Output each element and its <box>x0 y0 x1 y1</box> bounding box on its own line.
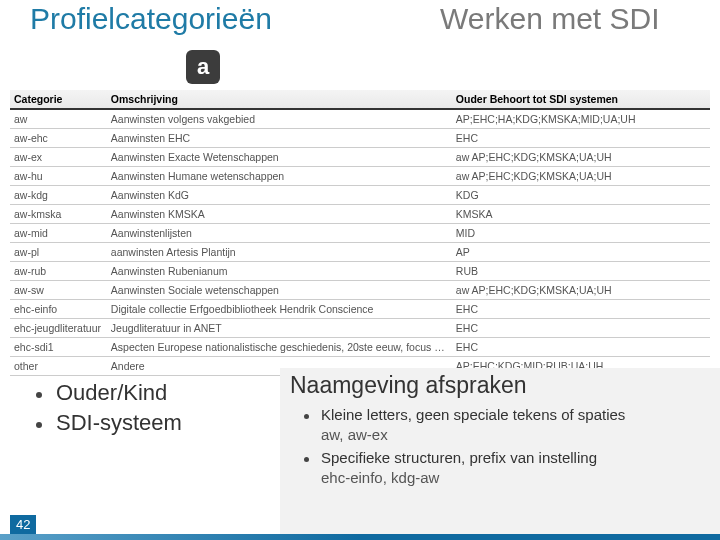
table-row: aw-rubAanwinsten RubenianumRUB <box>10 262 710 281</box>
table-row: awAanwinsten volgens vakgebiedAP;EHC;HA;… <box>10 109 710 129</box>
table-cell: EHC <box>452 319 710 338</box>
bullet-icon <box>36 392 42 398</box>
table-row: aw-kdgAanwinsten KdGKDG <box>10 186 710 205</box>
badge-icon: a <box>186 50 220 84</box>
table-cell: aw-kmska <box>10 205 107 224</box>
left-bullets: Ouder/KindSDI-systeem <box>0 368 316 440</box>
list-item: Ouder/Kind <box>36 380 316 406</box>
slide: Profielcategorieën Werken met SDI a Cate… <box>0 0 720 540</box>
table-cell: RUB <box>452 262 710 281</box>
lower-area: Ouder/KindSDI-systeem Naamgeving afsprak… <box>0 368 720 440</box>
table-header: Omschrijving <box>107 90 452 109</box>
table-header: Categorie <box>10 90 107 109</box>
table-cell: Digitale collectie Erfgoedbibliotheek He… <box>107 300 452 319</box>
table-cell: aw <box>10 109 107 129</box>
list-item-label: SDI-systeem <box>56 410 182 436</box>
table-cell: aw AP;EHC;KDG;KMSKA;UA;UH <box>452 167 710 186</box>
table-cell: Aspecten Europese nationalistische gesch… <box>107 338 452 357</box>
table-cell: aw AP;EHC;KDG;KMSKA;UA;UH <box>452 281 710 300</box>
list-item-main: Specifieke structuren, prefix van instel… <box>321 448 597 468</box>
table-cell: aw-ex <box>10 148 107 167</box>
table-cell: Jeugdliteratuur in ANET <box>107 319 452 338</box>
categories-table: CategorieOmschrijvingOuder Behoort tot S… <box>10 90 710 376</box>
table-cell: ehc-einfo <box>10 300 107 319</box>
list-item: SDI-systeem <box>36 410 316 436</box>
title-right: Werken met SDI <box>440 2 660 36</box>
footer-line <box>0 534 720 540</box>
list-item-body: Kleine letters, geen speciale tekens of … <box>321 405 625 446</box>
list-item: Kleine letters, geen speciale tekens of … <box>290 405 710 446</box>
table-cell: aw-kdg <box>10 186 107 205</box>
table-cell: Aanwinsten Humane wetenschappen <box>107 167 452 186</box>
page-number: 42 <box>10 515 36 534</box>
table-row: aw-exAanwinsten Exacte Wetenschappenaw A… <box>10 148 710 167</box>
list-item-sub: ehc-einfo, kdg-aw <box>321 468 597 488</box>
table-cell: Aanwinsten volgens vakgebied <box>107 109 452 129</box>
table-cell: ehc-sdi1 <box>10 338 107 357</box>
table-cell: aw-pl <box>10 243 107 262</box>
table-cell: Aanwinsten Exacte Wetenschappen <box>107 148 452 167</box>
table-row: aw-kmskaAanwinsten KMSKAKMSKA <box>10 205 710 224</box>
table-row: ehc-einfoDigitale collectie Erfgoedbibli… <box>10 300 710 319</box>
list-item: Specifieke structuren, prefix van instel… <box>290 448 710 489</box>
table-cell: EHC <box>452 338 710 357</box>
bullet-icon <box>36 422 42 428</box>
table-row: aw-huAanwinsten Humane wetenschappenaw A… <box>10 167 710 186</box>
table-cell: Aanwinsten KdG <box>107 186 452 205</box>
table-cell: aw-ehc <box>10 129 107 148</box>
table-cell: EHC <box>452 300 710 319</box>
table-row: ehc-jeugdliteratuurJeugdliteratuur in AN… <box>10 319 710 338</box>
table-row: aw-plaanwinsten Artesis PlantijnAP <box>10 243 710 262</box>
table-cell: aanwinsten Artesis Plantijn <box>107 243 452 262</box>
table-cell: Aanwinstenlijsten <box>107 224 452 243</box>
list-item-label: Ouder/Kind <box>56 380 167 406</box>
table-cell: KMSKA <box>452 205 710 224</box>
table-header: Ouder Behoort tot SDI systemen <box>452 90 710 109</box>
table-cell: AP;EHC;HA;KDG;KMSKA;MID;UA;UH <box>452 109 710 129</box>
table-cell: AP <box>452 243 710 262</box>
table-row: aw-midAanwinstenlijstenMID <box>10 224 710 243</box>
naming-title: Naamgeving afspraken <box>290 372 710 399</box>
bullet-icon <box>304 457 309 462</box>
table-cell: KDG <box>452 186 710 205</box>
naming-block: Naamgeving afspraken Kleine letters, gee… <box>280 368 720 540</box>
bullet-icon <box>304 414 309 419</box>
title-left: Profielcategorieën <box>30 2 272 36</box>
list-item-main: Kleine letters, geen speciale tekens of … <box>321 405 625 425</box>
table-cell: ehc-jeugdliteratuur <box>10 319 107 338</box>
table-cell: aw-hu <box>10 167 107 186</box>
table-cell: Aanwinsten Rubenianum <box>107 262 452 281</box>
table-cell: Aanwinsten Sociale wetenschappen <box>107 281 452 300</box>
table-cell: Aanwinsten KMSKA <box>107 205 452 224</box>
table-cell: aw-mid <box>10 224 107 243</box>
table-row: ehc-sdi1Aspecten Europese nationalistisc… <box>10 338 710 357</box>
table-cell: EHC <box>452 129 710 148</box>
list-item-sub: aw, aw-ex <box>321 425 625 445</box>
table-cell: MID <box>452 224 710 243</box>
table-cell: Aanwinsten EHC <box>107 129 452 148</box>
table-cell: aw AP;EHC;KDG;KMSKA;UA;UH <box>452 148 710 167</box>
table-row: aw-swAanwinsten Sociale wetenschappenaw … <box>10 281 710 300</box>
table-row: aw-ehcAanwinsten EHCEHC <box>10 129 710 148</box>
list-item-body: Specifieke structuren, prefix van instel… <box>321 448 597 489</box>
table-cell: aw-rub <box>10 262 107 281</box>
table-cell: aw-sw <box>10 281 107 300</box>
